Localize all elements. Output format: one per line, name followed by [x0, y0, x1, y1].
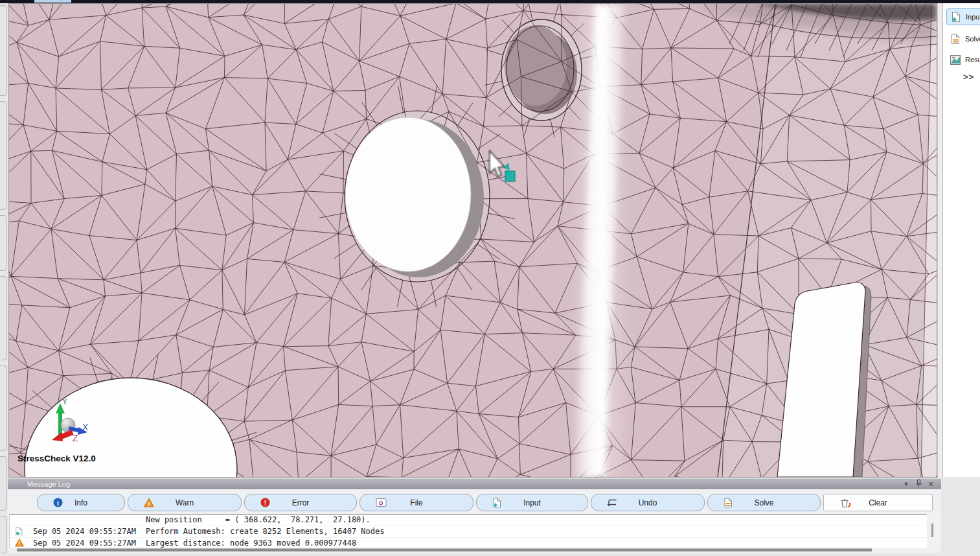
- svg-text:!: !: [148, 501, 150, 507]
- log-clear-button[interactable]: ✗ Clear: [823, 494, 933, 511]
- log-entry[interactable]: New position = ( 368.622, 78.271, 27.180…: [10, 515, 927, 526]
- log-filter-warn-button[interactable]: ! Warn: [128, 494, 242, 511]
- log-entry-list: New position = ( 368.622, 78.271, 27.180…: [9, 514, 927, 548]
- scrollbar-thumb[interactable]: [931, 524, 933, 537]
- left-toolbar-button[interactable]: [0, 456, 6, 511]
- left-toolbar-button[interactable]: [0, 101, 6, 210]
- pin-icon[interactable]: [913, 480, 924, 489]
- sidebar-item-label: Results: [965, 56, 980, 64]
- sidebar-item-input[interactable]: Input: [946, 8, 980, 25]
- left-toolbar-button[interactable]: [0, 276, 6, 360]
- sidebar-item-results[interactable]: Results: [946, 51, 980, 68]
- input-page-plus-icon: [951, 12, 961, 23]
- sidebar-item-label: Input: [966, 13, 980, 21]
- stresscheck-window: Y X Z StressCheck V12.0: [0, 0, 980, 556]
- message-log-titlebar[interactable]: Message Log ▼ ✕: [8, 478, 941, 489]
- log-vertical-scrollbar[interactable]: [927, 514, 940, 548]
- log-entry[interactable]: Sep 05 2024 09:55:27AM Perform Automesh:…: [10, 526, 927, 538]
- triad-x-label: X: [82, 422, 89, 432]
- solve-page-icon: [724, 498, 733, 510]
- log-filter-input-button[interactable]: Input: [476, 494, 588, 511]
- results-image-icon: [950, 55, 961, 65]
- warning-icon: !: [15, 539, 24, 548]
- log-filter-file-button[interactable]: File: [359, 494, 473, 511]
- undo-icon: [607, 498, 618, 509]
- sidebar-collapse-button[interactable]: >>: [963, 72, 974, 82]
- error-icon: !: [260, 498, 270, 509]
- svg-text:i: i: [57, 500, 59, 507]
- triad-y-label: Y: [62, 397, 67, 406]
- warning-icon: !: [144, 498, 154, 509]
- log-filter-solve-button[interactable]: Solve: [707, 494, 821, 511]
- sidebar-item-label: Solve: [965, 35, 980, 43]
- clear-trash-icon: ✗: [839, 498, 850, 510]
- top-recess-face: [505, 25, 567, 106]
- log-entry[interactable]: ! Sep 05 2024 09:55:27AM Largest distanc…: [10, 538, 927, 548]
- file-icon: [376, 498, 387, 509]
- chevron-down-icon[interactable]: ▼: [901, 480, 911, 489]
- info-icon: i: [53, 498, 63, 509]
- message-log-panel: Message Log ▼ ✕ i Info ! Warn ! Error Fi…: [8, 478, 941, 553]
- left-toolbar-button[interactable]: [0, 5, 6, 96]
- model-viewport[interactable]: Y X Z StressCheck V12.0: [8, 3, 937, 478]
- svg-text:!: !: [264, 500, 266, 507]
- message-log-title: Message Log: [27, 480, 70, 488]
- log-filter-error-button[interactable]: ! Error: [244, 494, 357, 511]
- left-toolbar-button[interactable]: [0, 215, 6, 271]
- scrollbar-thumb[interactable]: [17, 548, 872, 551]
- top-tab-fragment[interactable]: [34, 0, 71, 3]
- solve-page-icon: [950, 34, 961, 45]
- left-toolbar-button[interactable]: [0, 516, 6, 553]
- close-icon[interactable]: ✕: [926, 480, 936, 489]
- log-filter-undo-button[interactable]: Undo: [591, 494, 705, 511]
- log-filter-info-button[interactable]: i Info: [37, 494, 125, 511]
- app-watermark: StressCheck V12.0: [17, 454, 96, 463]
- vertical-splitter[interactable]: [937, 3, 943, 478]
- center-hole: [345, 117, 471, 272]
- left-toolbar-button[interactable]: [0, 365, 6, 451]
- input-page-plus-icon: [492, 498, 502, 510]
- input-icon: [15, 527, 23, 538]
- triad-z-label: Z: [73, 433, 78, 443]
- sidebar-item-solve[interactable]: Solve: [946, 30, 980, 47]
- svg-text:✗: ✗: [848, 502, 851, 508]
- log-horizontal-scrollbar[interactable]: [9, 548, 927, 551]
- svg-text:!: !: [18, 541, 21, 547]
- right-sidebar: Input Solve Results >>: [943, 3, 980, 477]
